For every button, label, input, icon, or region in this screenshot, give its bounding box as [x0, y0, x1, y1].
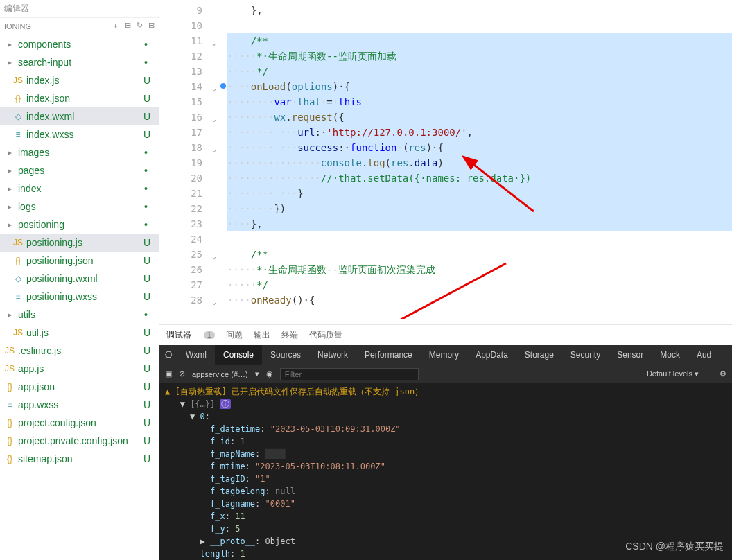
- inspect-icon[interactable]: ⎔: [159, 345, 177, 365]
- devtab-console[interactable]: Console: [215, 345, 262, 365]
- code-line-18[interactable]: ············success:·function·(res)·{: [227, 140, 732, 155]
- code-line-19[interactable]: ················console.log(res.data): [227, 155, 732, 170]
- code-line-14[interactable]: ····onLoad(options)·{: [227, 79, 732, 94]
- file-index.json[interactable]: {}index.jsonU: [0, 89, 159, 107]
- file-tree[interactable]: ▸components▸search-inputJSindex.jsU{}ind…: [0, 34, 159, 560]
- file-util.js[interactable]: JSutil.jsU: [0, 324, 159, 342]
- console-line[interactable]: f_id: 1: [165, 435, 726, 448]
- code-line-9[interactable]: },: [227, 3, 732, 18]
- panel-tab-2[interactable]: 输出: [254, 329, 270, 341]
- panel-tab-3[interactable]: 终端: [281, 329, 298, 341]
- console-line[interactable]: ▼ 0:: [165, 410, 726, 423]
- console-line[interactable]: f_tagID: "1": [165, 473, 726, 485]
- code-line-28[interactable]: ····onReady()·{: [227, 292, 732, 308]
- file-app.wxss[interactable]: ≡app.wxssU: [0, 396, 159, 414]
- clear-console-icon[interactable]: ⊘: [179, 369, 185, 378]
- console-line[interactable]: f_mapName: ████: [165, 448, 726, 460]
- console-output[interactable]: ▲ [自动热重载] 已开启代码文件保存后自动热重载（不支持 json） ▼ [{…: [159, 383, 732, 560]
- devtab-appdata[interactable]: AppData: [467, 345, 516, 365]
- file-logs[interactable]: ▸logs: [0, 198, 159, 216]
- console-line[interactable]: f_datetime: "2023-05-03T10:09:31.000Z": [165, 423, 726, 435]
- console-toolbar: ▣ ⊘ appservice (#…) ▾ ◉ Default levels ▾…: [159, 365, 732, 383]
- file-index.js[interactable]: JSindex.jsU: [0, 71, 159, 89]
- devtools-tabs: ⎔ WxmlConsoleSourcesNetworkPerformanceMe…: [159, 345, 732, 365]
- refresh-icon[interactable]: ↻: [137, 21, 143, 31]
- new-file-icon[interactable]: ＋: [112, 21, 119, 31]
- file-positioning.json[interactable]: {}positioning.jsonU: [0, 252, 159, 270]
- file-positioning[interactable]: ▸positioning: [0, 216, 159, 234]
- devtab-wxml[interactable]: Wxml: [177, 345, 215, 365]
- bottom-panel: 调试器1问题输出终端代码质量 ⎔ WxmlConsoleSourcesNetwo…: [159, 324, 732, 560]
- context-selector[interactable]: appservice (#…): [192, 370, 248, 378]
- file-project.private.config.json[interactable]: {}project.private.config.jsonU: [0, 432, 159, 450]
- line-gutter: 91011⌄121314⌄1516⌄1718⌄19202122232425⌄26…: [159, 0, 208, 324]
- console-line[interactable]: f_tagbelong: null: [165, 485, 726, 498]
- code-line-13[interactable]: ·····*/: [227, 64, 732, 79]
- console-line[interactable]: ▼ [{…}] ⓘ: [165, 398, 726, 410]
- file-search-input[interactable]: ▸search-input: [0, 53, 159, 71]
- devtab-memory[interactable]: Memory: [421, 345, 467, 365]
- file-positioning.wxss[interactable]: ≡positioning.wxssU: [0, 288, 159, 306]
- code-line-17[interactable]: ············url:·'http://127.0.0.1:3000/…: [227, 125, 732, 140]
- toggle-sidebar-icon[interactable]: ▣: [165, 369, 172, 378]
- devtab-aud[interactable]: Aud: [688, 345, 720, 365]
- console-line[interactable]: f_y: 5: [165, 523, 726, 535]
- file-sitemap.json[interactable]: {}sitemap.jsonU: [0, 450, 159, 468]
- file-index.wxss[interactable]: ≡index.wxssU: [0, 125, 159, 143]
- console-line[interactable]: f_mtime: "2023-05-03T10:08:11.000Z": [165, 460, 726, 473]
- code-line-21[interactable]: ············}: [227, 186, 732, 201]
- filter-input[interactable]: [280, 368, 419, 380]
- file-positioning.wxml[interactable]: ◇positioning.wxmlU: [0, 270, 159, 288]
- eye-icon[interactable]: ◉: [266, 369, 273, 378]
- devtab-security[interactable]: Security: [562, 345, 609, 365]
- log-levels[interactable]: Default levels ▾: [647, 369, 699, 378]
- code-line-10[interactable]: [227, 18, 732, 33]
- file-pages[interactable]: ▸pages: [0, 161, 159, 180]
- code-line-25[interactable]: /**: [227, 247, 732, 262]
- devtab-mock[interactable]: Mock: [652, 345, 688, 365]
- file-.eslintrc.js[interactable]: JS.eslintrc.jsU: [0, 342, 159, 360]
- devtab-performance[interactable]: Performance: [356, 345, 421, 365]
- code-line-23[interactable]: ····},: [227, 216, 732, 231]
- file-utils[interactable]: ▸utils: [0, 306, 159, 324]
- code-area[interactable]: }, /**·····*·生命周期函数--监听页面加载·····*/····on…: [208, 0, 732, 324]
- code-line-22[interactable]: ········}): [227, 201, 732, 216]
- devtab-sensor[interactable]: Sensor: [609, 345, 652, 365]
- file-app.js[interactable]: JSapp.jsU: [0, 360, 159, 378]
- code-line-26[interactable]: ·····*·生命周期函数--监听页面初次渲染完成: [227, 262, 732, 277]
- new-folder-icon[interactable]: ⊞: [125, 21, 131, 31]
- settings-icon[interactable]: ⚙: [720, 369, 726, 378]
- file-project.config.json[interactable]: {}project.config.jsonU: [0, 414, 159, 432]
- sidebar-header: 编辑器: [0, 0, 159, 18]
- sidebar-section: IONING ＋ ⊞ ↻ ⊟: [0, 18, 159, 34]
- file-positioning.js[interactable]: JSpositioning.jsU: [0, 234, 159, 252]
- file-explorer-sidebar: 编辑器 IONING ＋ ⊞ ↻ ⊟ ▸components▸search-in…: [0, 0, 159, 560]
- console-line[interactable]: f_tagname: "0001": [165, 498, 726, 510]
- devtab-sources[interactable]: Sources: [262, 345, 309, 365]
- devtab-network[interactable]: Network: [309, 345, 356, 365]
- panel-tab-4[interactable]: 代码质量: [309, 329, 342, 341]
- watermark: CSDN @程序猿买买提: [625, 541, 724, 553]
- code-line-27[interactable]: ·····*/: [227, 277, 732, 292]
- file-images[interactable]: ▸images: [0, 143, 159, 161]
- panel-tab-0[interactable]: 调试器: [166, 329, 191, 341]
- collapse-icon[interactable]: ⊟: [148, 21, 155, 31]
- file-index.wxml[interactable]: ◇index.wxmlU: [0, 107, 159, 125]
- code-line-11[interactable]: /**: [227, 33, 732, 49]
- console-line[interactable]: f_x: 11: [165, 510, 726, 523]
- code-line-16[interactable]: ········wx.request({: [227, 110, 732, 125]
- code-line-15[interactable]: ········var·that·=·this: [227, 94, 732, 110]
- panel-tabs: 调试器1问题输出终端代码质量: [159, 325, 732, 345]
- code-line-12[interactable]: ·····*·生命周期函数--监听页面加载: [227, 49, 732, 64]
- panel-tab-1[interactable]: 问题: [226, 329, 243, 341]
- file-app.json[interactable]: {}app.jsonU: [0, 378, 159, 396]
- code-line-24[interactable]: [227, 231, 732, 247]
- console-warning: ▲ [自动热重载] 已开启代码文件保存后自动热重载（不支持 json）: [165, 385, 726, 398]
- code-line-20[interactable]: ················//·that.setData({·names:…: [227, 170, 732, 186]
- file-index[interactable]: ▸index: [0, 180, 159, 198]
- devtab-storage[interactable]: Storage: [516, 345, 562, 365]
- code-editor[interactable]: 91011⌄121314⌄1516⌄1718⌄19202122232425⌄26…: [159, 0, 732, 324]
- file-components[interactable]: ▸components: [0, 35, 159, 53]
